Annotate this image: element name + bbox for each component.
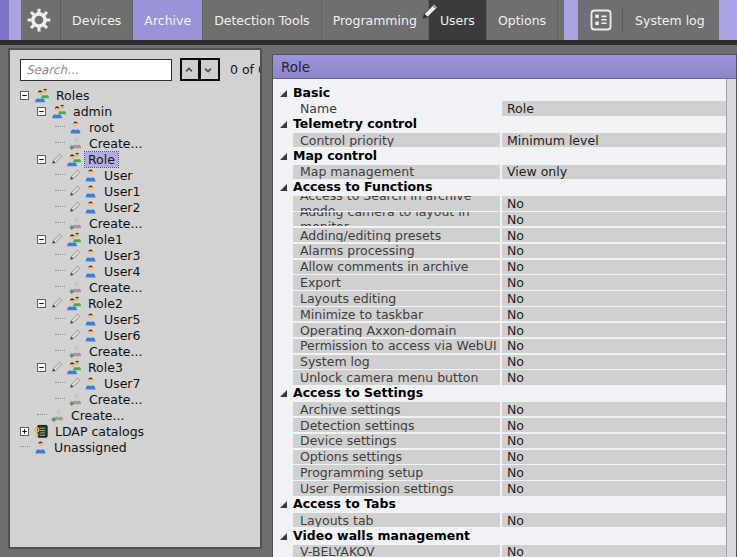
property-row-v-belyakov[interactable]: V-BELYAKOVNo xyxy=(273,543,726,557)
expander-minus-icon[interactable] xyxy=(37,299,46,308)
property-section-telemetry-control[interactable]: Telemetry control xyxy=(273,116,726,132)
expander-minus-icon[interactable] xyxy=(37,155,46,164)
tree-item-role3[interactable]: Role3 xyxy=(10,359,260,375)
tab-users[interactable]: Users xyxy=(429,0,487,40)
tree-item-user4[interactable]: User4 xyxy=(10,263,260,279)
previous-match-button[interactable] xyxy=(180,58,200,81)
property-row-map-management[interactable]: Map managementView only xyxy=(273,163,726,179)
section-expander-icon[interactable] xyxy=(280,184,287,191)
tree-item-roles[interactable]: Roles xyxy=(10,87,260,103)
property-section-video-walls-management[interactable]: Video walls management xyxy=(273,527,726,543)
property-value-cell[interactable]: No xyxy=(502,355,726,369)
tree-item-user1[interactable]: User1 xyxy=(10,183,260,199)
property-row-device-settings[interactable]: Device settingsNo xyxy=(273,432,726,448)
vertical-scrollbar[interactable] xyxy=(726,79,736,557)
property-row-programming-setup[interactable]: Programming setupNo xyxy=(273,464,726,480)
property-row-name[interactable]: NameRole xyxy=(273,100,726,116)
property-value-cell[interactable]: No xyxy=(502,228,726,242)
property-row-access-to-search-in-archive-mode[interactable]: Access to Search in archive modeNo xyxy=(273,195,726,211)
property-section-access-to-settings[interactable]: Access to Settings xyxy=(273,385,726,401)
expander-minus-icon[interactable] xyxy=(37,363,46,372)
property-row-unlock-camera-menu-button[interactable]: Unlock camera menu buttonNo xyxy=(273,369,726,385)
property-row-export[interactable]: ExportNo xyxy=(273,274,726,290)
section-expander-icon[interactable] xyxy=(280,533,287,540)
tree-item-ldap-catalogs[interactable]: LDAP catalogs xyxy=(10,423,260,439)
tree-item-role[interactable]: Role xyxy=(10,151,260,167)
property-section-map-control[interactable]: Map control xyxy=(273,147,726,163)
property-value-cell[interactable]: No xyxy=(502,513,726,527)
tree-item-role2[interactable]: Role2 xyxy=(10,295,260,311)
property-section-access-to-functions[interactable]: Access to Functions xyxy=(273,179,726,195)
tree-item-create[interactable]: Create... xyxy=(10,407,260,423)
property-value-cell[interactable]: Role xyxy=(502,101,726,115)
tree-item-create[interactable]: Create... xyxy=(10,215,260,231)
property-row-permission-to-access-via-webui[interactable]: Permission to access via WebUINo xyxy=(273,337,726,353)
section-expander-icon[interactable] xyxy=(280,90,287,97)
property-value-cell[interactable]: No xyxy=(502,402,726,416)
expander-minus-icon[interactable] xyxy=(20,91,29,100)
property-value-cell[interactable]: No xyxy=(502,212,726,226)
property-row-operating-axxon-domain[interactable]: Operating Axxon-domainNo xyxy=(273,321,726,337)
property-value-cell[interactable]: No xyxy=(502,260,726,274)
tree-item-user5[interactable]: User5 xyxy=(10,311,260,327)
property-row-system-log[interactable]: System logNo xyxy=(273,353,726,369)
property-row-detection-settings[interactable]: Detection settingsNo xyxy=(273,416,726,432)
property-section-access-to-tabs[interactable]: Access to Tabs xyxy=(273,496,726,512)
property-row-adding-camera-to-layout-in-monitor[interactable]: Adding camera to layout in monitorNo xyxy=(273,211,726,227)
section-expander-icon[interactable] xyxy=(280,501,287,508)
tab-options[interactable]: Options xyxy=(487,0,558,40)
property-value-cell[interactable]: No xyxy=(502,196,726,210)
tree-item-user6[interactable]: User6 xyxy=(10,327,260,343)
system-log-button[interactable]: System log xyxy=(578,0,719,40)
property-value-cell[interactable]: No xyxy=(502,323,726,337)
tree-item-unassigned[interactable]: Unassigned xyxy=(10,439,260,455)
tree-item-root[interactable]: root xyxy=(10,119,260,135)
property-value-cell[interactable]: No xyxy=(502,275,726,289)
tree-item-create[interactable]: Create... xyxy=(10,343,260,359)
property-row-minimize-to-taskbar[interactable]: Minimize to taskbarNo xyxy=(273,306,726,322)
property-section-basic[interactable]: Basic xyxy=(273,84,726,100)
section-expander-icon[interactable] xyxy=(280,390,287,397)
property-row-user-permission-settings[interactable]: User Permission settingsNo xyxy=(273,480,726,496)
tab-programming[interactable]: Programming xyxy=(322,0,429,40)
property-value-cell[interactable]: No xyxy=(502,418,726,432)
property-value-cell[interactable]: No xyxy=(502,244,726,258)
tree-item-create[interactable]: Create... xyxy=(10,135,260,151)
property-row-layouts-editing[interactable]: Layouts editingNo xyxy=(273,290,726,306)
tab-archive[interactable]: Archive xyxy=(133,0,203,40)
property-value-cell[interactable]: No xyxy=(502,291,726,305)
property-row-adding-editing-presets[interactable]: Adding/editing presetsNo xyxy=(273,226,726,242)
section-expander-icon[interactable] xyxy=(280,153,287,160)
expander-minus-icon[interactable] xyxy=(37,107,46,116)
tab-detection-tools[interactable]: Detection Tools xyxy=(203,0,322,40)
next-match-button[interactable] xyxy=(200,58,220,81)
property-value-cell[interactable]: View only xyxy=(502,165,726,179)
property-row-options-settings[interactable]: Options settingsNo xyxy=(273,448,726,464)
tree-item-role1[interactable]: Role1 xyxy=(10,231,260,247)
property-row-allow-comments-in-archive[interactable]: Allow comments in archiveNo xyxy=(273,258,726,274)
tree-item-user7[interactable]: User7 xyxy=(10,375,260,391)
property-value-cell[interactable]: No xyxy=(502,481,726,495)
tree-item-user[interactable]: User xyxy=(10,167,260,183)
property-row-archive-settings[interactable]: Archive settingsNo xyxy=(273,401,726,417)
expander-minus-icon[interactable] xyxy=(37,235,46,244)
property-row-alarms-processing[interactable]: Alarms processingNo xyxy=(273,242,726,258)
property-value-cell[interactable]: No xyxy=(502,339,726,353)
tab-devices[interactable]: Devices xyxy=(61,0,133,40)
property-row-layouts-tab[interactable]: Layouts tabNo xyxy=(273,511,726,527)
search-input[interactable] xyxy=(20,59,172,81)
tree-item-user3[interactable]: User3 xyxy=(10,247,260,263)
property-value-cell[interactable]: No xyxy=(502,307,726,321)
settings-gear-button[interactable] xyxy=(21,0,62,40)
property-value-cell[interactable]: No xyxy=(502,450,726,464)
tree-item-create[interactable]: Create... xyxy=(10,391,260,407)
property-value-cell[interactable]: No xyxy=(502,434,726,448)
property-value-cell[interactable]: No xyxy=(502,370,726,384)
expander-plus-icon[interactable] xyxy=(20,427,29,436)
property-row-control-priority[interactable]: Control priorityMinimum level xyxy=(273,131,726,147)
property-value-cell[interactable]: No xyxy=(502,545,726,557)
tree-item-admin[interactable]: admin xyxy=(10,103,260,119)
section-expander-icon[interactable] xyxy=(280,121,287,128)
property-value-cell[interactable]: No xyxy=(502,465,726,479)
property-value-cell[interactable]: Minimum level xyxy=(502,133,726,147)
